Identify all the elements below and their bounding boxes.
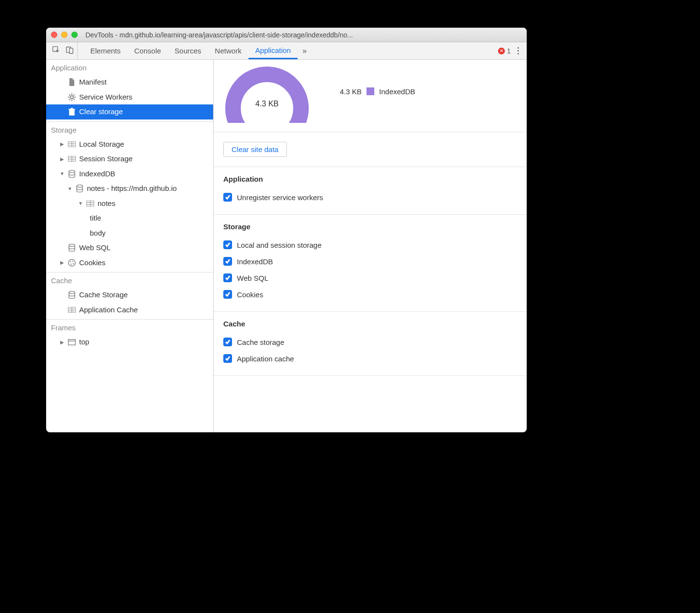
table-icon	[67, 140, 76, 149]
zoom-window-button[interactable]	[71, 32, 78, 38]
checkbox-checked-icon[interactable]	[223, 338, 232, 346]
sidebar-item-label: Service Workers	[79, 92, 133, 103]
tab-network[interactable]: Network	[208, 42, 249, 59]
expand-arrow-icon[interactable]: ▶	[60, 259, 65, 266]
sidebar-item-label: Manifest	[79, 77, 107, 88]
svg-line-10	[69, 99, 70, 100]
document-icon	[67, 78, 76, 86]
checkbox-label: Local and session storage	[237, 241, 321, 249]
svg-point-26	[69, 244, 75, 247]
checkbox-checked-icon[interactable]	[223, 290, 232, 299]
checkbox-row[interactable]: Unregister service workers	[223, 189, 517, 205]
sidebar-item-manifest[interactable]: ▶ Manifest	[46, 75, 213, 90]
checkbox-checked-icon[interactable]	[223, 193, 232, 202]
sidebar-group-storage: Storage	[46, 122, 213, 137]
sidebar-item-cookies[interactable]: ▶ Cookies	[46, 255, 213, 271]
expand-arrow-icon[interactable]: ▶	[60, 339, 65, 346]
sidebar-item-label: Application Cache	[79, 305, 138, 316]
inspect-element-icon[interactable]	[52, 46, 61, 56]
tab-application[interactable]: Application	[249, 42, 298, 59]
expand-arrow-icon[interactable]: ▶	[60, 155, 65, 163]
sidebar-group-application: Application	[46, 60, 213, 75]
sidebar-item-local-storage[interactable]: ▶ Local Storage	[46, 137, 213, 152]
sidebar-item-web-sql[interactable]: ▶ Web SQL	[46, 240, 213, 255]
checkbox-checked-icon[interactable]	[223, 257, 232, 266]
legend-item: 4.3 KB IndexedDB	[340, 87, 415, 96]
sidebar-item-indexeddb[interactable]: ▼ IndexedDB	[46, 167, 213, 182]
svg-point-28	[70, 261, 71, 262]
device-toolbar-icon[interactable]	[66, 46, 74, 56]
database-icon	[67, 243, 76, 252]
application-sidebar: Application ▶ Manifest ▶ Service Workers…	[46, 60, 214, 432]
devtools-window: DevTools - mdn.github.io/learning-area/j…	[46, 28, 527, 432]
checkbox-label: Application cache	[237, 355, 294, 363]
error-indicator[interactable]: ✕ 1	[498, 47, 511, 55]
checkbox-row[interactable]: Local and session storage	[223, 237, 517, 253]
checkbox-checked-icon[interactable]	[223, 354, 232, 363]
svg-point-29	[72, 261, 73, 262]
svg-line-8	[69, 94, 70, 95]
sidebar-item-label: Cookies	[79, 257, 105, 269]
svg-point-3	[70, 96, 73, 99]
section-application: Application Unregister service workers	[214, 167, 527, 215]
sidebar-item-idb-field[interactable]: title	[46, 211, 213, 226]
sidebar-item-label: Clear storage	[79, 106, 123, 118]
sidebar-group-cache: Cache	[46, 272, 213, 288]
sidebar-item-label: title	[90, 213, 101, 224]
sidebar-item-idb-database[interactable]: ▼ notes - https://mdn.github.io	[46, 181, 213, 196]
sidebar-group-frames: Frames	[46, 320, 213, 335]
svg-point-20	[69, 170, 75, 172]
tab-sources[interactable]: Sources	[168, 42, 208, 59]
gear-icon	[67, 93, 76, 102]
collapse-arrow-icon[interactable]: ▼	[60, 170, 65, 177]
checkbox-row[interactable]: IndexedDB	[223, 253, 517, 270]
checkbox-checked-icon[interactable]	[223, 240, 232, 249]
devtools-toolbar: Elements Console Sources Network Applica…	[46, 42, 527, 60]
section-cache: Cache Cache storage Application cache	[214, 312, 527, 376]
sidebar-item-label: IndexedDB	[79, 169, 115, 180]
collapse-arrow-icon[interactable]: ▼	[78, 200, 83, 207]
trash-icon	[67, 107, 76, 116]
checkbox-checked-icon[interactable]	[223, 273, 232, 282]
checkbox-row[interactable]: Application cache	[223, 350, 517, 367]
section-title: Cache	[223, 320, 517, 328]
sidebar-item-label: body	[90, 228, 106, 239]
checkbox-row[interactable]: Cookies	[223, 286, 517, 303]
minimize-window-button[interactable]	[61, 32, 67, 38]
section-title: Application	[223, 175, 517, 183]
svg-point-21	[77, 185, 83, 187]
more-tabs-button[interactable]: »	[298, 42, 312, 59]
sidebar-item-label: Session Storage	[79, 153, 133, 165]
cookie-icon	[67, 258, 76, 267]
sidebar-item-application-cache[interactable]: ▶ Application Cache	[46, 303, 213, 318]
sidebar-item-idb-store[interactable]: ▼ notes	[46, 196, 213, 211]
database-icon	[67, 290, 76, 299]
sidebar-item-label: top	[79, 337, 89, 348]
storage-legend: 4.3 KB IndexedDB	[340, 87, 415, 96]
checkbox-row[interactable]: Web SQL	[223, 270, 517, 286]
table-icon	[67, 154, 76, 163]
sidebar-item-clear-storage[interactable]: ▶ Clear storage	[46, 104, 213, 119]
settings-menu-button[interactable]	[516, 45, 521, 56]
sidebar-item-service-workers[interactable]: ▶ Service Workers	[46, 90, 213, 105]
sidebar-item-session-storage[interactable]: ▶ Session Storage	[46, 152, 213, 167]
expand-arrow-icon[interactable]: ▶	[60, 140, 65, 148]
frame-icon	[67, 338, 76, 346]
storage-usage-total: 4.3 KB	[223, 100, 311, 108]
close-window-button[interactable]	[51, 32, 57, 38]
checkbox-row[interactable]: Cache storage	[223, 334, 517, 350]
svg-rect-2	[69, 48, 73, 53]
sidebar-item-top-frame[interactable]: ▶ top	[46, 335, 213, 350]
svg-line-9	[74, 99, 75, 100]
main-panel: 4.3 KB 4.3 KB IndexedDB Clear site data …	[214, 60, 527, 432]
svg-point-39	[233, 74, 301, 123]
tab-elements[interactable]: Elements	[83, 42, 128, 59]
collapse-arrow-icon[interactable]: ▼	[67, 185, 72, 192]
table-icon	[86, 199, 95, 208]
svg-point-31	[73, 263, 74, 264]
storage-usage-chart: 4.3 KB	[223, 60, 311, 123]
tab-console[interactable]: Console	[128, 42, 168, 59]
clear-site-data-button[interactable]: Clear site data	[223, 142, 287, 157]
sidebar-item-idb-field[interactable]: body	[46, 226, 213, 241]
sidebar-item-cache-storage[interactable]: ▶ Cache Storage	[46, 288, 213, 303]
